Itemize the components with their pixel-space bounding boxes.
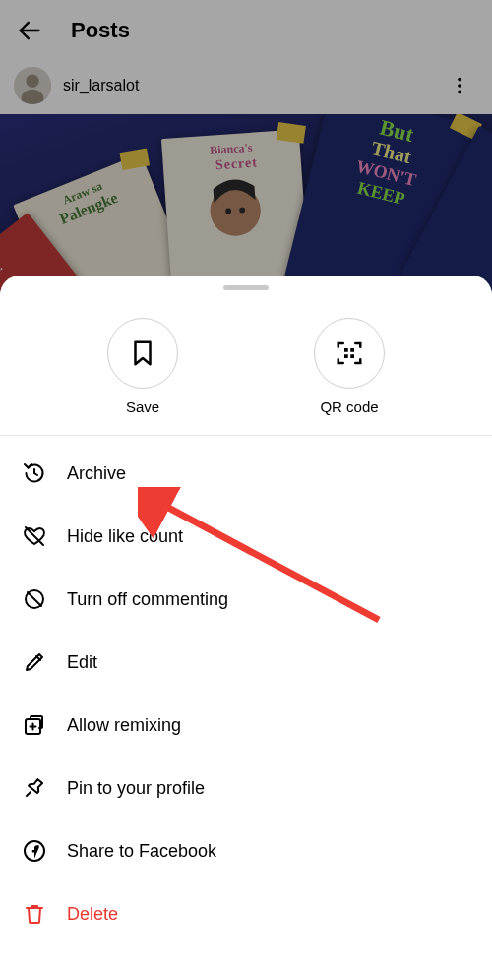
svg-point-4 <box>458 78 461 82</box>
qr-code-icon <box>314 318 385 389</box>
qr-code-action[interactable]: QR code <box>290 318 408 415</box>
svg-line-21 <box>27 792 31 796</box>
facebook-icon <box>22 839 47 863</box>
menu-item-archive[interactable]: Archive <box>0 442 492 505</box>
menu-item-delete[interactable]: Delete <box>0 883 492 946</box>
svg-line-16 <box>28 592 41 606</box>
options-bottom-sheet: Save QR code Archive Hide like count <box>0 276 492 980</box>
menu-label: Hide like count <box>67 526 183 547</box>
commenting-off-icon <box>22 587 47 611</box>
svg-rect-13 <box>350 354 354 358</box>
svg-point-5 <box>458 84 461 88</box>
menu-label: Share to Facebook <box>67 841 216 862</box>
sheet-drag-handle[interactable] <box>223 285 269 290</box>
save-action[interactable]: Save <box>84 318 202 415</box>
avatar[interactable] <box>14 67 51 104</box>
page-title: Posts <box>71 18 130 43</box>
svg-point-6 <box>458 91 461 94</box>
remix-icon <box>22 713 47 737</box>
pin-icon <box>22 776 47 800</box>
sheet-menu: Archive Hide like count Turn off comment… <box>0 436 492 951</box>
delete-icon <box>22 902 47 926</box>
save-label: Save <box>126 398 159 415</box>
svg-rect-10 <box>344 348 348 352</box>
app-header: Posts <box>0 0 492 61</box>
menu-label: Delete <box>67 904 118 925</box>
svg-line-17 <box>36 656 40 660</box>
qr-code-label: QR code <box>320 398 378 415</box>
post-author-row: sir_larsalot <box>0 61 492 114</box>
menu-label: Allow remixing <box>67 715 181 736</box>
edit-icon <box>22 650 47 674</box>
svg-rect-11 <box>350 348 354 352</box>
username-label[interactable]: sir_larsalot <box>63 77 139 94</box>
hide-likes-icon <box>22 524 47 548</box>
save-icon <box>107 318 178 389</box>
post-image: Araw sa Palengke Bianca's Secret But Tha… <box>0 114 492 291</box>
menu-item-allow-remixing[interactable]: Allow remixing <box>0 694 492 757</box>
menu-item-edit[interactable]: Edit <box>0 631 492 694</box>
archive-icon <box>22 461 47 485</box>
sheet-quick-actions: Save QR code <box>0 296 492 435</box>
menu-label: Archive <box>67 463 126 484</box>
svg-rect-12 <box>344 354 348 358</box>
menu-item-turn-off-commenting[interactable]: Turn off commenting <box>0 568 492 631</box>
menu-item-share-facebook[interactable]: Share to Facebook <box>0 820 492 883</box>
menu-label: Edit <box>67 652 97 673</box>
menu-item-pin[interactable]: Pin to your profile <box>0 757 492 820</box>
menu-label: Pin to your profile <box>67 778 205 799</box>
svg-point-2 <box>26 75 38 88</box>
more-options-icon[interactable] <box>441 67 478 104</box>
menu-label: Turn off commenting <box>67 589 228 610</box>
back-icon[interactable] <box>16 17 43 44</box>
menu-item-hide-like-count[interactable]: Hide like count <box>0 505 492 568</box>
